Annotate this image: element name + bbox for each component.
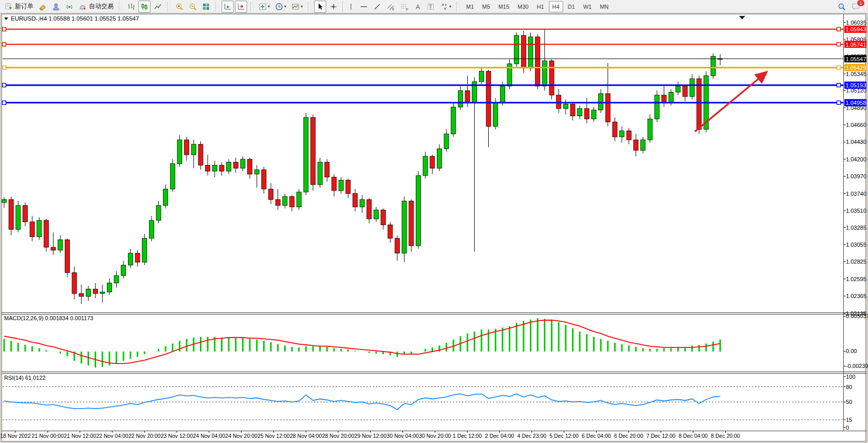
svg-text:1.03055: 1.03055 bbox=[846, 242, 866, 248]
horizontal-line-tool-button[interactable] bbox=[358, 1, 370, 13]
chevron-down-icon: ▾ bbox=[301, 4, 303, 9]
svg-text:1.05547: 1.05547 bbox=[846, 56, 866, 62]
chevron-down-icon: ▾ bbox=[268, 4, 270, 9]
timeframe-h4-button[interactable]: H4 bbox=[549, 1, 563, 12]
arrows-tool-button[interactable]: ▾ bbox=[438, 1, 453, 13]
vertical-line-tool-button[interactable] bbox=[345, 1, 357, 13]
svg-text:24 Nov 20:00: 24 Nov 20:00 bbox=[225, 433, 257, 439]
text-label-tool-button[interactable]: T bbox=[424, 1, 437, 13]
chart-header: EURUSD-,H4 1.05588 1.05601 1.05525 1.055… bbox=[4, 15, 139, 22]
svg-text:1.03510: 1.03510 bbox=[846, 208, 866, 214]
svg-text:1.02595: 1.02595 bbox=[846, 276, 866, 282]
fibonacci-tool-button[interactable]: F bbox=[398, 1, 411, 13]
toolbar-grip bbox=[119, 2, 122, 11]
toolbar-grip bbox=[308, 2, 311, 11]
svg-text:30 Nov 20:00: 30 Nov 20:00 bbox=[419, 433, 451, 439]
styler-button[interactable] bbox=[36, 1, 49, 13]
zoom-out-icon bbox=[189, 3, 197, 11]
svg-text:MACD(12,26,9) 0.001834 0.00117: MACD(12,26,9) 0.001834 0.001173 bbox=[4, 315, 93, 321]
line-handle bbox=[837, 66, 841, 69]
svg-text:EURUSD-,H4 1.05588 1.05601 1.: EURUSD-,H4 1.05588 1.05601 1.05525 1.055… bbox=[11, 15, 139, 22]
channel-tool-button[interactable]: E bbox=[384, 1, 397, 13]
notifications-button[interactable]: 1 bbox=[852, 2, 861, 11]
toolbar-grip bbox=[456, 2, 459, 11]
timeframe-m15-button[interactable]: M15 bbox=[495, 1, 513, 12]
chart-shift-icon bbox=[237, 3, 245, 11]
svg-text:21 Nov 00:00: 21 Nov 00:00 bbox=[32, 433, 64, 439]
cursor-tool-button[interactable] bbox=[314, 1, 326, 13]
svg-text:21 Nov 12:00: 21 Nov 12:00 bbox=[64, 433, 96, 439]
chart-canvas[interactable]: 1.060351.058051.055751.053451.051201.048… bbox=[0, 0, 868, 443]
timeframe-m1-button[interactable]: M1 bbox=[463, 1, 477, 12]
autotrading-icon bbox=[79, 3, 87, 11]
line-handle bbox=[3, 27, 6, 31]
price-axis: 1.060351.058051.055751.053451.051201.048… bbox=[844, 20, 867, 317]
svg-text:22 Nov 20:00: 22 Nov 20:00 bbox=[128, 433, 161, 439]
zoom-out-button[interactable] bbox=[187, 1, 199, 13]
templates-button[interactable]: ▾ bbox=[289, 1, 305, 13]
indicators-button[interactable]: ▾ bbox=[256, 1, 272, 13]
signals-button[interactable] bbox=[63, 1, 76, 13]
svg-text:4 Dec 23:00: 4 Dec 23:00 bbox=[517, 433, 546, 439]
trendline-icon bbox=[373, 3, 381, 11]
tile-windows-button[interactable] bbox=[200, 1, 212, 13]
chart-shift-button[interactable] bbox=[235, 1, 247, 13]
auto-scroll-button[interactable] bbox=[221, 1, 234, 13]
svg-text:30 Nov 04:00: 30 Nov 04:00 bbox=[386, 433, 419, 439]
vertical-line-icon bbox=[347, 3, 355, 11]
timeframe-d1-button[interactable]: D1 bbox=[564, 1, 579, 12]
toolbar-grip bbox=[250, 2, 253, 11]
toolbar-grip bbox=[167, 2, 170, 11]
svg-text:7 Dec 12:00: 7 Dec 12:00 bbox=[647, 433, 676, 439]
line-handle bbox=[3, 101, 6, 104]
profile-icon bbox=[52, 3, 60, 11]
autotrading-button[interactable]: 自动交易 bbox=[77, 1, 116, 13]
svg-text:1.05193: 1.05193 bbox=[846, 82, 866, 88]
horizontal-line-icon bbox=[360, 3, 368, 11]
svg-text:25 Nov 12:00: 25 Nov 12:00 bbox=[257, 433, 290, 439]
svg-text:1.05943: 1.05943 bbox=[846, 26, 866, 32]
chevron-down-icon: ▾ bbox=[284, 4, 286, 9]
svg-text:E: E bbox=[392, 7, 395, 11]
panel-frame bbox=[2, 14, 866, 431]
svg-text:F: F bbox=[407, 7, 409, 11]
search-icon bbox=[838, 3, 846, 11]
crosshair-tool-button[interactable] bbox=[327, 1, 340, 13]
line-chart-button[interactable] bbox=[152, 1, 164, 13]
svg-text:8 Dec 20:00: 8 Dec 20:00 bbox=[711, 433, 740, 439]
svg-text:A: A bbox=[416, 3, 420, 10]
auto-scroll-icon bbox=[224, 3, 232, 11]
svg-text:100: 100 bbox=[846, 374, 855, 380]
notification-count-badge: 1 bbox=[857, 0, 865, 7]
line-handle bbox=[837, 27, 841, 31]
chevron-down-icon: ▾ bbox=[449, 4, 451, 9]
text-tool-button[interactable]: A bbox=[412, 1, 423, 13]
timeframe-m30-button[interactable]: M30 bbox=[514, 1, 532, 12]
search-button[interactable] bbox=[836, 1, 848, 13]
zoom-in-button[interactable] bbox=[173, 1, 186, 13]
fibonacci-icon: F bbox=[400, 3, 409, 11]
zoom-in-icon bbox=[175, 3, 183, 11]
eraser-icon bbox=[39, 3, 47, 11]
arrows-icon bbox=[440, 3, 448, 11]
timeframe-w1-button[interactable]: W1 bbox=[580, 1, 596, 12]
svg-text:29 Nov 12:00: 29 Nov 12:00 bbox=[355, 433, 387, 439]
timeframe-mn-button[interactable]: MN bbox=[596, 1, 612, 12]
horizontal-line-objects[interactable] bbox=[3, 27, 844, 104]
profile-button[interactable] bbox=[50, 1, 62, 13]
chart-shift-marker-icon bbox=[739, 16, 745, 20]
trendline-tool-button[interactable] bbox=[371, 1, 383, 13]
svg-text:1.03285: 1.03285 bbox=[846, 225, 866, 231]
svg-text:1.04430: 1.04430 bbox=[846, 139, 866, 145]
svg-text:0: 0 bbox=[846, 424, 849, 431]
new-order-button[interactable]: 新订单 bbox=[3, 1, 35, 13]
timeframe-m5-button[interactable]: M5 bbox=[478, 1, 493, 12]
svg-text:0.005031: 0.005031 bbox=[846, 313, 868, 319]
timeframe-h1-button[interactable]: H1 bbox=[533, 1, 547, 12]
svg-text:RSI(14) 61.0122: RSI(14) 61.0122 bbox=[4, 375, 46, 381]
periods-button[interactable]: ▾ bbox=[273, 1, 288, 13]
svg-text:28 Nov 04:00: 28 Nov 04:00 bbox=[290, 433, 322, 439]
svg-text:1.02365: 1.02365 bbox=[846, 293, 866, 299]
candlestick-chart-button[interactable] bbox=[138, 1, 151, 13]
bar-chart-button[interactable] bbox=[125, 1, 137, 13]
